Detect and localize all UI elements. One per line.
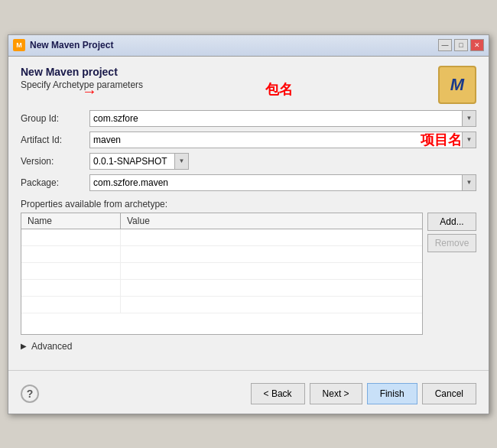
col-value-header: Value xyxy=(121,213,422,229)
header-left: New Maven project Specify Archetype para… xyxy=(21,66,293,104)
back-button[interactable]: < Back xyxy=(251,383,305,404)
group-id-input-wrapper: ▼ xyxy=(89,110,476,127)
group-id-label: Group Id: xyxy=(21,113,89,124)
title-controls: — □ ✕ xyxy=(438,39,484,51)
package-row: Package: ▼ xyxy=(21,174,476,191)
table-cell-value xyxy=(121,229,422,245)
properties-section: Properties available from archetype: Nam… xyxy=(21,199,476,335)
properties-table: Name Value xyxy=(21,213,423,335)
table-body xyxy=(21,229,422,329)
bottom-buttons: < Back Next > Finish Cancel xyxy=(251,383,476,404)
bottom-bar: ? < Back Next > Finish Cancel xyxy=(8,378,489,414)
table-cell-name xyxy=(21,263,121,279)
title-bar-left: M New Maven Project xyxy=(13,39,113,51)
package-label: Package: xyxy=(21,177,89,188)
table-cell-name xyxy=(21,246,121,262)
next-button[interactable]: Next > xyxy=(310,383,362,404)
table-cell-name xyxy=(21,280,121,296)
maximize-button[interactable]: □ xyxy=(454,39,468,51)
main-window: M New Maven Project — □ ✕ New Maven proj… xyxy=(8,34,489,414)
remove-button[interactable]: Remove xyxy=(427,234,476,252)
help-button[interactable]: ? xyxy=(21,385,39,403)
section-title: New Maven project xyxy=(21,66,293,78)
advanced-arrow-icon: ▶ xyxy=(21,342,27,350)
window-title: New Maven Project xyxy=(30,40,113,50)
content-area: New Maven project Specify Archetype para… xyxy=(8,57,489,370)
table-side-buttons: Add... Remove xyxy=(427,213,476,335)
table-row xyxy=(21,263,422,280)
artifact-annotation: 项目名 xyxy=(421,131,462,149)
table-cell-value xyxy=(121,246,422,262)
artifact-id-row: Artifact Id: 项目名 ▼ xyxy=(21,131,476,148)
title-bar: M New Maven Project — □ ✕ xyxy=(8,35,489,57)
table-cell-value xyxy=(121,297,422,313)
artifact-id-input[interactable] xyxy=(90,131,416,148)
advanced-label: Advanced xyxy=(31,341,72,352)
col-name-header: Name xyxy=(21,213,121,229)
table-row xyxy=(21,229,422,246)
version-value: 0.0.1-SNAPSHOT xyxy=(90,154,174,168)
table-row xyxy=(21,280,422,297)
bottom-left: ? xyxy=(21,385,39,403)
divider xyxy=(8,370,489,371)
annotation-area: Specify Archetype parameters → 包名 xyxy=(21,78,293,101)
advanced-section[interactable]: ▶ Advanced xyxy=(21,341,476,352)
table-row xyxy=(21,297,422,313)
group-id-input[interactable] xyxy=(90,110,462,127)
table-cell-value xyxy=(121,280,422,296)
table-cell-name xyxy=(21,229,121,245)
version-dropdown[interactable]: ▼ xyxy=(174,154,188,169)
package-input-wrapper: ▼ xyxy=(89,174,476,191)
group-id-dropdown[interactable]: ▼ xyxy=(462,111,476,126)
add-button[interactable]: Add... xyxy=(427,213,476,231)
window-icon: M xyxy=(13,39,25,51)
version-row: Version: 0.0.1-SNAPSHOT ▼ xyxy=(21,153,476,170)
annotation-text: 包名 xyxy=(265,80,293,99)
artifact-id-dropdown[interactable]: ▼ xyxy=(462,132,476,148)
properties-label: Properties available from archetype: xyxy=(21,199,476,209)
table-cell-name xyxy=(21,297,121,313)
maven-logo: M xyxy=(438,66,476,104)
close-button[interactable]: ✕ xyxy=(470,39,484,51)
package-input[interactable] xyxy=(90,174,462,191)
group-id-row: Group Id: ▼ xyxy=(21,110,476,127)
form-section: Group Id: ▼ Artifact Id: 项目名 ▼ Version: xyxy=(21,110,476,191)
package-dropdown[interactable]: ▼ xyxy=(462,175,476,190)
finish-button[interactable]: Finish xyxy=(367,383,417,404)
artifact-id-label: Artifact Id: xyxy=(21,135,89,145)
cancel-button[interactable]: Cancel xyxy=(422,383,476,404)
version-select-wrapper: 0.0.1-SNAPSHOT ▼ xyxy=(89,153,189,170)
table-cell-value xyxy=(121,263,422,279)
arrow-icon: → xyxy=(82,83,97,100)
version-label: Version: xyxy=(21,156,89,167)
table-header: Name Value xyxy=(21,213,422,229)
artifact-id-input-wrapper: 项目名 ▼ xyxy=(89,131,476,148)
minimize-button[interactable]: — xyxy=(438,39,452,51)
table-row xyxy=(21,246,422,263)
properties-table-container: Name Value xyxy=(21,213,476,335)
section-header: New Maven project Specify Archetype para… xyxy=(21,66,476,104)
